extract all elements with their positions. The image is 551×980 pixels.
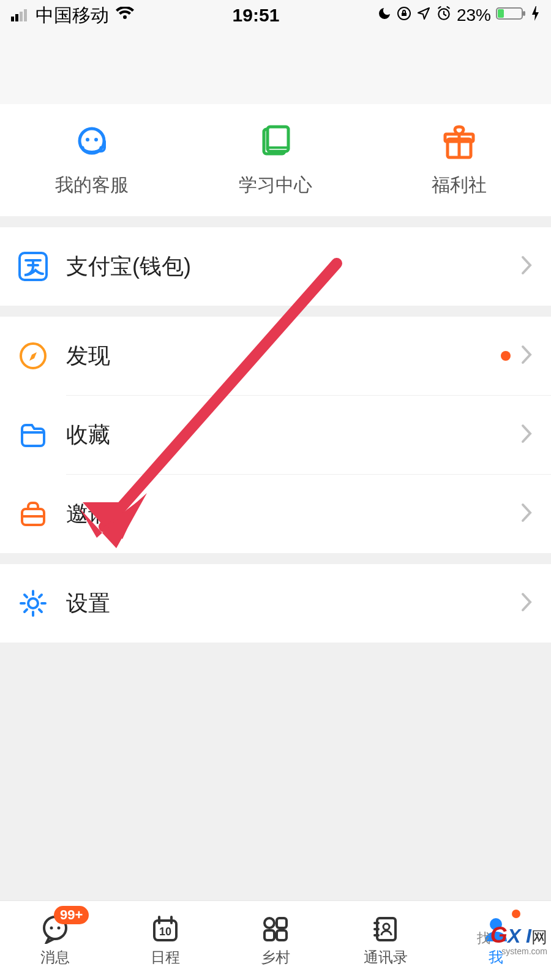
compass-icon xyxy=(18,341,48,371)
gear-icon xyxy=(18,589,48,618)
quick-actions-grid: 我的客服 学习中心 福利社 xyxy=(0,104,551,216)
svg-point-27 xyxy=(264,918,274,928)
svg-rect-7 xyxy=(523,11,525,16)
benefits-button[interactable]: 福利社 xyxy=(367,123,551,198)
svg-text:10: 10 xyxy=(159,925,171,938)
folder-icon xyxy=(18,420,48,450)
status-right: 23% xyxy=(377,6,540,26)
svg-rect-3 xyxy=(24,9,27,21)
charging-icon xyxy=(531,6,540,25)
chevron-right-icon xyxy=(520,344,533,368)
alipay-icon xyxy=(18,252,48,281)
tab-me-label: 我 xyxy=(489,948,503,967)
settings-label: 设置 xyxy=(66,589,520,619)
status-left: 中国移动 xyxy=(11,3,135,28)
alipay-label: 支付宝(钱包) xyxy=(66,252,520,282)
benefits-label: 福利社 xyxy=(432,173,487,198)
invite-row[interactable]: 邀请 xyxy=(0,475,551,553)
svg-rect-8 xyxy=(498,9,504,18)
customer-service-button[interactable]: 我的客服 xyxy=(0,123,184,198)
chevron-right-icon xyxy=(520,592,533,615)
discover-label: 发现 xyxy=(66,341,501,371)
carrier-label: 中国移动 xyxy=(36,3,109,28)
svg-point-24 xyxy=(58,926,61,929)
tab-bar: 消息 99+ 10 日程 乡村 通讯录 我 xyxy=(0,900,551,980)
notification-dot xyxy=(512,910,520,918)
tab-messages[interactable]: 消息 99+ xyxy=(0,901,110,980)
learning-center-button[interactable]: 学习中心 xyxy=(184,123,367,198)
header-spacer xyxy=(0,31,551,104)
alarm-icon xyxy=(436,6,452,26)
signal-icon xyxy=(11,5,29,26)
tab-me[interactable]: 我 xyxy=(441,901,551,980)
chevron-right-icon xyxy=(520,423,533,447)
chevron-right-icon xyxy=(520,502,533,526)
tab-village[interactable]: 乡村 xyxy=(220,901,331,980)
contacts-icon xyxy=(371,914,400,944)
svg-rect-28 xyxy=(277,918,287,928)
book-icon xyxy=(256,123,295,162)
customer-service-label: 我的客服 xyxy=(55,173,129,198)
grid-icon xyxy=(261,914,290,944)
invite-label: 邀请 xyxy=(66,499,520,529)
svg-rect-30 xyxy=(277,930,287,940)
location-icon xyxy=(416,6,431,25)
svg-point-10 xyxy=(86,138,89,141)
discover-row[interactable]: 发现 xyxy=(0,317,551,395)
battery-icon xyxy=(496,6,527,25)
tab-village-label: 乡村 xyxy=(261,948,290,967)
headset-icon xyxy=(72,123,111,162)
status-bar: 中国移动 19:51 23% xyxy=(0,0,551,31)
settings-row[interactable]: 设置 xyxy=(0,564,551,643)
tab-calendar-label: 日程 xyxy=(151,948,180,967)
tab-contacts-label: 通讯录 xyxy=(364,948,408,967)
svg-rect-2 xyxy=(20,12,23,21)
chevron-right-icon xyxy=(520,255,533,278)
alipay-row[interactable]: 支付宝(钱包) xyxy=(0,227,551,306)
svg-point-32 xyxy=(383,924,389,930)
gift-icon xyxy=(440,123,479,162)
favorites-row[interactable]: 收藏 xyxy=(0,396,551,474)
tab-contacts[interactable]: 通讯录 xyxy=(331,901,441,980)
person-icon xyxy=(481,914,511,944)
svg-point-33 xyxy=(490,918,502,930)
messages-badge: 99+ xyxy=(54,906,89,924)
calendar-icon: 10 xyxy=(151,914,180,944)
favorites-label: 收藏 xyxy=(66,420,520,450)
tab-calendar[interactable]: 10 日程 xyxy=(110,901,220,980)
wifi-icon xyxy=(115,5,135,26)
status-time: 19:51 xyxy=(233,5,280,26)
tab-messages-label: 消息 xyxy=(40,948,70,967)
svg-point-11 xyxy=(94,138,98,141)
svg-point-23 xyxy=(50,926,53,929)
svg-rect-29 xyxy=(264,930,274,940)
learning-center-label: 学习中心 xyxy=(239,173,312,198)
moon-icon xyxy=(377,6,392,25)
svg-rect-0 xyxy=(11,17,14,21)
battery-percent: 23% xyxy=(457,6,491,25)
svg-point-19 xyxy=(28,598,38,608)
briefcase-icon xyxy=(18,499,48,529)
svg-rect-1 xyxy=(15,14,18,21)
notification-dot xyxy=(501,351,511,361)
lock-icon xyxy=(397,6,411,25)
